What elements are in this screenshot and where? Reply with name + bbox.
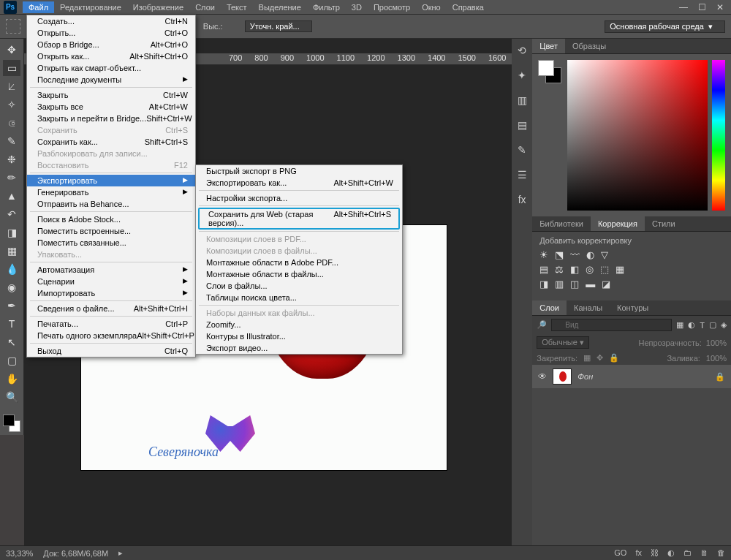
eyedropper-tool[interactable]: ✎ bbox=[3, 133, 20, 149]
fill-value[interactable]: 100% bbox=[706, 354, 727, 363]
color-swatches[interactable] bbox=[3, 415, 20, 432]
submenu-item[interactable]: Настройки экспорта... bbox=[196, 192, 402, 204]
lock-icon[interactable]: 🔒 bbox=[715, 372, 725, 382]
eraser-tool[interactable]: ◨ bbox=[3, 224, 20, 241]
history-icon[interactable]: ⟲ bbox=[518, 45, 526, 56]
filter-text-icon[interactable]: T bbox=[700, 321, 705, 330]
menubar-item-редактирование[interactable]: Редактирование bbox=[54, 1, 127, 13]
new-folder-icon[interactable]: 🗀 bbox=[683, 548, 692, 558]
menubar-item-просмотр[interactable]: Просмотр bbox=[368, 1, 416, 13]
path-tool[interactable]: ↖ bbox=[3, 334, 20, 350]
blend-mode-select[interactable]: Обычные ▾ bbox=[537, 336, 589, 349]
export-submenu[interactable]: Быстрый экспорт в PNGЭкспортировать как.… bbox=[195, 164, 403, 355]
lookup-icon[interactable]: ▦ bbox=[616, 264, 624, 275]
trash-icon[interactable]: 🗑 bbox=[717, 548, 725, 558]
menu-item[interactable]: Поместить встроенные... bbox=[27, 225, 195, 237]
tab-swatches[interactable]: Образцы bbox=[565, 39, 613, 53]
submenu-item[interactable]: Zoomify... bbox=[196, 319, 402, 330]
lasso-tool[interactable]: ⟀ bbox=[3, 78, 20, 94]
submenu-item[interactable]: Монтажные области в файлы... bbox=[196, 268, 402, 280]
menu-item[interactable]: Создать...Ctrl+N bbox=[27, 15, 195, 27]
close-icon[interactable]: ✕ bbox=[716, 2, 724, 12]
pen-tool[interactable]: ✒ bbox=[3, 298, 20, 314]
menu-item[interactable]: Сценарии▶ bbox=[27, 276, 195, 287]
maximize-icon[interactable]: ☐ bbox=[698, 2, 706, 12]
tool-preset-icon[interactable] bbox=[6, 19, 20, 34]
menubar-item-слои[interactable]: Слои bbox=[189, 1, 221, 13]
menu-item[interactable]: Последние документы▶ bbox=[27, 74, 195, 86]
menu-item[interactable]: Поместить связанные... bbox=[27, 237, 195, 249]
stamp-tool[interactable]: ▲ bbox=[3, 188, 20, 204]
threshold-icon[interactable]: ◫ bbox=[570, 279, 579, 290]
layer-search-input[interactable] bbox=[551, 319, 672, 331]
menu-item[interactable]: Печатать...Ctrl+P bbox=[27, 318, 195, 330]
marquee-tool[interactable]: ▭ bbox=[3, 60, 20, 76]
healing-tool[interactable]: ❉ bbox=[3, 151, 20, 167]
selective-icon[interactable]: ◪ bbox=[602, 279, 610, 290]
layer-thumbnail[interactable] bbox=[553, 368, 572, 385]
magic-wand-tool[interactable]: ✧ bbox=[3, 97, 20, 113]
menubar-item-фильтр[interactable]: Фильтр bbox=[307, 1, 346, 13]
photofilter-icon[interactable]: ◎ bbox=[586, 264, 594, 275]
brushes-icon[interactable]: ✎ bbox=[518, 144, 526, 156]
color-panel[interactable] bbox=[532, 54, 731, 216]
tab-paths[interactable]: Контуры bbox=[610, 300, 656, 315]
bw-icon[interactable]: ◧ bbox=[570, 264, 579, 275]
swatches-icon[interactable]: ☰ bbox=[518, 169, 527, 181]
menu-item[interactable]: Импортировать▶ bbox=[27, 287, 195, 299]
submenu-item[interactable]: Контуры в Illustrator... bbox=[196, 330, 402, 342]
styles-icon[interactable]: fx bbox=[518, 194, 526, 205]
tab-channels[interactable]: Каналы bbox=[567, 300, 610, 315]
lock-pixels-icon[interactable]: ▦ bbox=[583, 353, 591, 363]
menu-item[interactable]: Поиск в Adobe Stock... bbox=[27, 213, 195, 225]
menubar-item-выделение[interactable]: Выделение bbox=[253, 1, 307, 13]
submenu-item[interactable]: Сохранить для Web (старая версия)...Alt+… bbox=[198, 208, 400, 230]
menu-item[interactable]: Отправить на Behance... bbox=[27, 198, 195, 210]
panel-icon-strip[interactable]: ⟲ ✦ ▥ ▤ ✎ ☰ fx bbox=[512, 39, 532, 545]
menubar-item-3d[interactable]: 3D bbox=[346, 1, 368, 13]
search-icon[interactable]: 🔎 bbox=[537, 320, 547, 330]
hue-slider[interactable] bbox=[712, 60, 725, 211]
status-fx[interactable]: fx bbox=[635, 548, 642, 558]
lock-position-icon[interactable]: ✥ bbox=[596, 353, 603, 363]
zoom-tool[interactable]: 🔍 bbox=[3, 389, 20, 405]
status-go[interactable]: GO bbox=[614, 548, 626, 558]
posterize-icon[interactable]: ▥ bbox=[555, 279, 564, 290]
menubar-item-окно[interactable]: Окно bbox=[416, 1, 447, 13]
submenu-item[interactable]: Таблицы поиска цвета... bbox=[196, 292, 402, 303]
tab-libraries[interactable]: Библиотеки bbox=[532, 216, 591, 231]
submenu-item[interactable]: Слои в файлы... bbox=[196, 280, 402, 292]
link-icon[interactable]: ⛓ bbox=[651, 548, 659, 558]
submenu-item[interactable]: Экспорт видео... bbox=[196, 342, 402, 354]
menu-item[interactable]: ЗакрытьCtrl+W bbox=[27, 89, 195, 101]
menubar-item-файл[interactable]: Файл bbox=[23, 1, 54, 13]
dodge-tool[interactable]: ◉ bbox=[3, 279, 20, 295]
window-controls[interactable]: — ☐ ✕ bbox=[679, 2, 731, 12]
histogram-icon[interactable]: ▥ bbox=[518, 94, 527, 106]
levels-icon[interactable]: ⬔ bbox=[555, 249, 564, 260]
refine-edge-button[interactable]: Уточн. край... bbox=[245, 20, 312, 32]
submenu-item[interactable]: Монтажные области в Adobe PDF... bbox=[196, 257, 402, 268]
brightness-icon[interactable]: ☀ bbox=[539, 249, 548, 260]
hue-icon[interactable]: ▤ bbox=[539, 264, 548, 275]
history-brush-tool[interactable]: ↶ bbox=[3, 206, 20, 222]
menu-item[interactable]: Автоматизация▶ bbox=[27, 264, 195, 276]
menu-item[interactable]: ВыходCtrl+Q bbox=[27, 345, 195, 357]
gradient-map-icon[interactable]: ▬ bbox=[586, 279, 595, 290]
move-tool[interactable]: ✥ bbox=[3, 42, 20, 58]
layer-row[interactable]: 👁 Фон 🔒 bbox=[532, 365, 731, 388]
menu-item[interactable]: Сведения о файле...Alt+Shift+Ctrl+I bbox=[27, 303, 195, 314]
menu-item[interactable]: Закрыть и перейти в Bridge...Shift+Ctrl+… bbox=[27, 113, 195, 124]
gradient-tool[interactable]: ▦ bbox=[3, 243, 20, 259]
menu-item[interactable]: Экспортировать▶ bbox=[27, 175, 195, 186]
type-tool[interactable]: T bbox=[3, 316, 20, 332]
menu-item[interactable]: Печать одного экземпляраAlt+Shift+Ctrl+P bbox=[27, 330, 195, 341]
crop-tool[interactable]: ⟃ bbox=[3, 115, 20, 131]
doc-size[interactable]: Док: 6,68M/6,68M bbox=[43, 549, 108, 558]
tab-color[interactable]: Цвет bbox=[532, 39, 565, 53]
filter-smart-icon[interactable]: ◈ bbox=[721, 320, 727, 330]
menubar-item-справка[interactable]: Справка bbox=[447, 1, 490, 13]
menu-item[interactable]: Генерировать▶ bbox=[27, 186, 195, 198]
menu-item[interactable]: Открыть...Ctrl+O bbox=[27, 27, 195, 39]
menu-item[interactable]: Сохранить как...Shift+Ctrl+S bbox=[27, 136, 195, 148]
